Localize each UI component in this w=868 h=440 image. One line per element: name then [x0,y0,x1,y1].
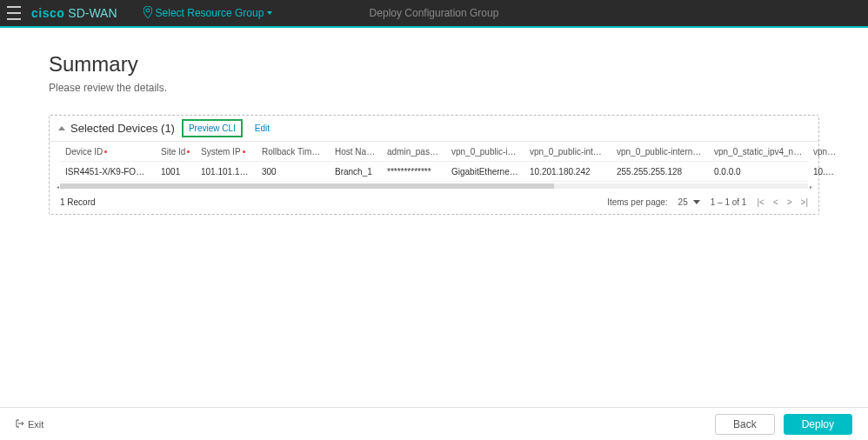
pager-controls: |< < > >| [757,197,808,207]
table-header-row: Device ID Site Id System IP Rollback Tim… [60,142,808,162]
cell-public-internet-if-ip: 10.201.180.242 [524,167,611,177]
edit-button[interactable]: Edit [255,123,270,133]
last-page-button[interactable]: >| [801,197,808,207]
col-device-id[interactable]: Device ID [60,147,156,157]
col-public-internet-if[interactable]: vpn_0_public-internet_if [446,147,524,157]
cell-rollback-timer: 300 [257,167,330,177]
selected-devices-panel: Selected Devices (1) Preview CLI Edit De… [49,115,819,215]
items-per-page-label: Items per page: [607,197,667,207]
dropdown-caret-icon [693,200,700,204]
deploy-button[interactable]: Deploy [784,414,852,435]
horizontal-scrollbar[interactable]: ◂ ▸ [60,183,808,189]
col-static-ipv4-network-addr[interactable]: vpn_0_static_ipv4_network_addr [709,147,808,157]
first-page-button[interactable]: |< [757,197,764,207]
product-text: SD-WAN [68,6,117,20]
panel-title: Selected Devices (1) [70,122,175,135]
collapse-icon[interactable] [58,126,65,130]
caret-down-icon [267,11,272,15]
scroll-right-icon[interactable]: ▸ [808,183,813,189]
cisco-text: cisco [31,6,64,20]
col-static-last[interactable]: vpn_0_stati [808,147,843,157]
cell-public-internet-if: GigabitEthernet0/0/0 [446,167,524,177]
back-button[interactable]: Back [715,414,775,435]
cell-device-id: ISR4451-X/K9-FOC20468TWU [60,167,156,177]
cell-site-id: 1001 [156,167,196,177]
items-per-page-dropdown[interactable]: 25 [678,197,700,207]
page-subtitle: Please review the details. [49,82,819,94]
cell-system-ip: 101.101.101.109 [196,167,257,177]
col-public-internet-if-ip[interactable]: vpn_0_public-internet_if_ip [524,147,611,157]
menu-icon[interactable] [7,6,21,20]
brand-logo: cisco SD-WAN [31,6,117,20]
exit-icon [16,419,24,430]
next-page-button[interactable]: > [787,197,792,207]
pager-range: 1 – 1 of 1 [711,197,747,207]
items-per-page-value: 25 [678,197,688,207]
col-system-ip[interactable]: System IP [196,147,257,157]
cell-admin-password: ************* [382,167,446,177]
pin-icon [144,6,152,21]
table-row[interactable]: ISR4451-X/K9-FOC20468TWU 1001 101.101.10… [60,162,808,182]
prev-page-button[interactable]: < [773,197,778,207]
col-site-id[interactable]: Site Id [156,147,196,157]
scrollbar-thumb[interactable] [60,183,554,189]
preview-cli-button[interactable]: Preview CLI [182,119,243,137]
resource-group-label: Select Resource Group [156,7,264,19]
page-context-title: Deploy Configuration Group [370,7,499,19]
col-admin-password[interactable]: admin_password [382,147,446,157]
record-count: 1 Record [60,197,96,207]
exit-button[interactable]: Exit [16,419,43,430]
col-public-internet-if-subnet[interactable]: vpn_0_public-internet_if_subnet [611,147,709,157]
page-title: Summary [49,52,819,77]
cell-static-ipv4-network-addr: 0.0.0.0 [709,167,808,177]
cell-host-name: Branch_1 [330,167,382,177]
exit-label: Exit [28,419,43,430]
col-rollback-timer[interactable]: Rollback Timer (sec) [257,147,330,157]
panel-header: Selected Devices (1) Preview CLI Edit [50,116,818,142]
bottom-action-bar: Exit Back Deploy [0,407,868,440]
resource-group-selector[interactable]: Select Resource Group [144,6,273,21]
cell-static-last: 10.201.18 [808,167,843,177]
cell-public-internet-if-subnet: 255.255.255.128 [611,167,709,177]
app-header: cisco SD-WAN Select Resource Group Deplo… [0,0,868,26]
col-host-name[interactable]: Host Name [330,147,382,157]
